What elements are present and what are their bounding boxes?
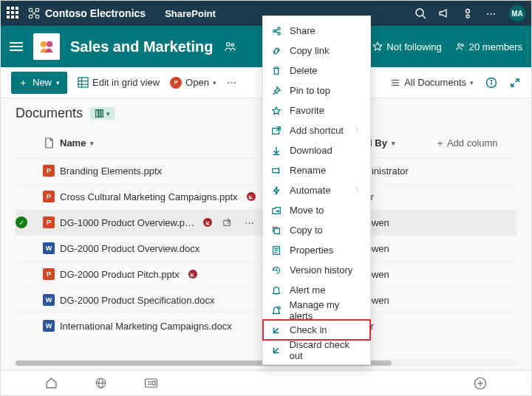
svg-point-12 xyxy=(457,44,460,47)
svg-point-4 xyxy=(416,9,423,16)
more-icon[interactable]: ⋯ xyxy=(485,7,497,19)
file-icon: W xyxy=(38,294,60,306)
svg-point-11 xyxy=(231,44,233,46)
new-label: New xyxy=(33,77,52,88)
svg-point-40 xyxy=(278,32,280,34)
file-name: DG-2000 Product Pitch.pptx xyxy=(60,269,180,280)
new-button[interactable]: ＋ New ▾ xyxy=(11,72,67,94)
megaphone-icon[interactable] xyxy=(438,7,450,19)
search-icon[interactable] xyxy=(415,7,426,19)
ctx-manage-my-alerts[interactable]: Manage my alerts xyxy=(263,300,370,320)
chevron-down-icon: ▾ xyxy=(213,79,216,86)
tenant-name: Contoso Electronics xyxy=(45,7,146,19)
ctx-rename[interactable]: Rename xyxy=(263,160,370,180)
info-icon[interactable] xyxy=(485,77,497,89)
props-icon xyxy=(270,245,282,256)
ctx-label: Favorite xyxy=(290,105,324,116)
ctx-check-in[interactable]: Check in xyxy=(263,320,370,340)
ctx-alert-me[interactable]: Alert me xyxy=(263,280,370,300)
edit-grid-button[interactable]: Edit in grid view xyxy=(78,77,160,88)
download-icon xyxy=(270,146,282,156)
ctx-label: Alert me xyxy=(290,284,325,296)
grid-icon xyxy=(78,77,89,88)
move-icon xyxy=(270,205,282,216)
add-column-button[interactable]: ＋ Add column xyxy=(435,137,516,150)
ctx-properties[interactable]: Properties xyxy=(263,240,370,260)
checked-out-icon xyxy=(247,192,256,201)
app-name[interactable]: SharePoint xyxy=(165,8,216,19)
app-launcher-icon[interactable] xyxy=(7,7,20,20)
chevron-down-icon: ▾ xyxy=(392,140,395,147)
ctx-add-shortcut[interactable]: Add shortcut〉 xyxy=(263,120,370,140)
tenant-brand[interactable]: Contoso Electronics xyxy=(27,7,146,20)
ctx-version-history[interactable]: Version history xyxy=(263,260,370,280)
ctx-favorite[interactable]: Favorite xyxy=(263,100,370,120)
ctx-label: Add shortcut xyxy=(290,125,344,136)
link-icon xyxy=(270,46,282,56)
members-link[interactable]: 20 members xyxy=(455,41,522,52)
svg-rect-25 xyxy=(99,110,100,117)
svg-line-5 xyxy=(423,16,426,18)
overflow-button[interactable]: ⋯ xyxy=(227,77,236,88)
chevron-down-icon: ▾ xyxy=(90,140,94,147)
ctx-download[interactable]: Download xyxy=(263,140,370,160)
row-overflow-icon[interactable]: ⋯ xyxy=(245,217,254,228)
open-button[interactable]: P Open ▾ xyxy=(170,77,216,89)
svg-point-6 xyxy=(466,10,470,13)
ctx-label: Copy link xyxy=(290,45,329,56)
svg-rect-42 xyxy=(273,168,279,172)
share-icon[interactable] xyxy=(222,217,233,228)
svg-point-13 xyxy=(461,44,463,47)
expand-icon[interactable] xyxy=(509,77,521,89)
ctx-label: Pin to top xyxy=(290,85,330,96)
ctx-label: Copy to xyxy=(290,225,323,236)
user-avatar[interactable]: MA xyxy=(509,5,525,21)
file-name: Branding Elements.pptx xyxy=(60,165,162,177)
svg-rect-14 xyxy=(78,78,88,87)
history-icon xyxy=(270,265,282,276)
ctx-discard-check-out[interactable]: Discard check out xyxy=(263,340,370,360)
add-icon[interactable] xyxy=(474,377,487,390)
file-name: International Marketing Campaigns.docx xyxy=(60,321,232,332)
ctx-copy-link[interactable]: Copy link xyxy=(263,41,370,61)
view-selector[interactable]: All Documents ▾ xyxy=(390,77,474,88)
file-icon: W xyxy=(38,242,60,254)
svg-rect-44 xyxy=(274,228,279,233)
view-switcher[interactable]: ▾ xyxy=(90,107,115,120)
ctx-delete[interactable]: Delete xyxy=(263,61,370,81)
chevron-down-icon: ▾ xyxy=(470,79,474,86)
ctx-pin-to-top[interactable]: Pin to top xyxy=(263,81,370,100)
file-icon: P xyxy=(38,165,60,177)
file-icon: P xyxy=(38,191,60,202)
home-icon[interactable] xyxy=(45,377,58,389)
alerts-icon xyxy=(270,305,282,315)
ctx-copy-to[interactable]: Copy to xyxy=(263,220,370,240)
members-icon xyxy=(455,41,466,52)
teams-icon[interactable] xyxy=(223,40,236,53)
file-type-icon[interactable] xyxy=(38,137,60,148)
site-title[interactable]: Sales and Marketing xyxy=(70,38,213,55)
follow-toggle[interactable]: Not following xyxy=(372,41,441,52)
check-icon: ✓ xyxy=(16,216,27,228)
ctx-share[interactable]: Share xyxy=(263,21,370,41)
file-icon: P xyxy=(38,268,60,280)
nav-toggle-icon[interactable] xyxy=(10,42,23,51)
ctx-automate[interactable]: Automate〉 xyxy=(263,180,370,200)
settings-icon[interactable] xyxy=(462,7,474,19)
file-name: DG-1000 Product Overview.p… xyxy=(60,217,194,228)
site-logo-icon xyxy=(37,37,56,56)
star-icon xyxy=(372,41,383,52)
brand-icon xyxy=(27,7,41,20)
tiles-icon xyxy=(95,109,104,118)
ctx-label: Move to xyxy=(290,205,324,216)
bottom-bar xyxy=(1,370,531,395)
discard-icon xyxy=(270,345,282,355)
ctx-label: Discard check out xyxy=(289,339,363,361)
news-icon[interactable] xyxy=(144,378,158,389)
ctx-move-to[interactable]: Move to xyxy=(263,200,370,220)
copy-icon xyxy=(270,225,282,236)
svg-point-23 xyxy=(491,80,491,81)
globe-icon[interactable] xyxy=(95,377,107,389)
open-label: Open xyxy=(185,77,209,88)
site-logo[interactable] xyxy=(33,33,60,60)
